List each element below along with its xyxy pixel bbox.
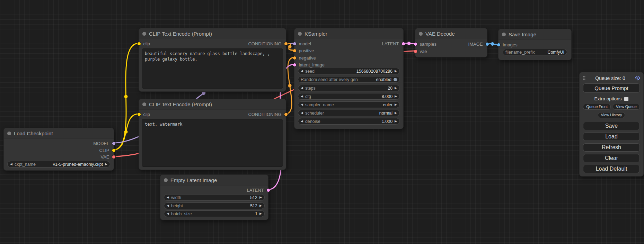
widget-scheduler[interactable]: ◀ scheduler normal ▶: [298, 110, 400, 116]
decrement-arrow-icon[interactable]: ◀: [167, 194, 169, 201]
slot-negative-input[interactable]: negative: [293, 54, 316, 61]
decrement-arrow-icon[interactable]: ◀: [301, 110, 303, 116]
vae-output-port[interactable]: [112, 155, 116, 159]
conditioning-output-port[interactable]: [284, 42, 288, 46]
clip-input-port[interactable]: [137, 42, 141, 46]
node-empty-latent-image[interactable]: Empty Latent Image LATENT ◀ width 512 ▶ …: [160, 174, 268, 220]
slot-model-input[interactable]: model: [293, 40, 311, 47]
decrement-arrow-icon[interactable]: ◀: [301, 101, 303, 108]
node-titlebar[interactable]: CLIP Text Encode (Prompt): [139, 99, 286, 110]
collapse-dot-icon[interactable]: [142, 102, 146, 106]
toggle-enabled-icon[interactable]: [394, 78, 397, 81]
load-default-button[interactable]: Load Default: [583, 165, 640, 173]
collapse-dot-icon[interactable]: [502, 33, 506, 36]
collapse-dot-icon[interactable]: [7, 132, 11, 135]
slot-clip-input[interactable]: clip: [137, 111, 150, 118]
slot-latent-output[interactable]: LATENT: [382, 40, 405, 47]
conditioning-output-port[interactable]: [284, 112, 288, 116]
widget-sampler-name[interactable]: ◀ sampler_name euler ▶: [298, 101, 400, 108]
image-output-port[interactable]: [485, 42, 489, 46]
slot-positive-input[interactable]: positive: [293, 47, 314, 54]
node-titlebar[interactable]: CLIP Text Encode (Prompt): [139, 28, 286, 39]
collapse-dot-icon[interactable]: [164, 178, 168, 182]
settings-gear-icon[interactable]: [635, 75, 641, 81]
latent-image-input-port[interactable]: [293, 63, 297, 67]
node-load-checkpoint[interactable]: Load Checkpoint MODEL CLIP VAE ◀ ckpt_na…: [3, 128, 114, 171]
widget-random-seed-toggle[interactable]: Random seed after every gen enabled: [298, 76, 400, 83]
decrement-arrow-icon[interactable]: ◀: [301, 118, 303, 125]
collapse-dot-icon[interactable]: [419, 32, 423, 36]
widget-seed[interactable]: ◀ seed 156680208700286 ▶: [298, 68, 400, 74]
slot-clip-input[interactable]: clip: [137, 40, 150, 47]
node-graph-canvas[interactable]: Load Checkpoint MODEL CLIP VAE ◀ ckpt_na…: [0, 0, 644, 244]
decrement-arrow-icon[interactable]: ◀: [301, 85, 303, 91]
negative-conditioning-input-port[interactable]: [293, 56, 297, 60]
increment-arrow-icon[interactable]: ▶: [395, 93, 397, 100]
node-titlebar[interactable]: KSampler: [294, 28, 403, 39]
latent-output-port[interactable]: [402, 42, 405, 46]
node-titlebar[interactable]: Save Image: [499, 29, 571, 40]
widget-ckpt-name[interactable]: ◀ ckpt_name v1-5-pruned-emaonly.ckpt ▶: [7, 161, 110, 168]
widget-steps[interactable]: ◀ steps 20 ▶: [298, 85, 400, 91]
widget-width[interactable]: ◀ width 512 ▶: [164, 194, 265, 201]
increment-arrow-icon[interactable]: ▶: [259, 202, 262, 209]
images-input-port[interactable]: [497, 43, 501, 47]
slot-vae-output[interactable]: VAE: [100, 153, 115, 160]
negative-prompt-textarea[interactable]: text, watermark: [142, 119, 283, 167]
view-queue-button[interactable]: View Queue: [613, 104, 640, 110]
increment-arrow-icon[interactable]: ▶: [395, 118, 397, 125]
increment-arrow-icon[interactable]: ▶: [259, 194, 262, 201]
clear-button[interactable]: Clear: [583, 154, 640, 162]
save-button[interactable]: Save: [583, 122, 640, 130]
slot-conditioning-output[interactable]: CONDITIONING: [248, 40, 288, 47]
decrement-arrow-icon[interactable]: ◀: [167, 202, 169, 209]
node-save-image[interactable]: Save Image images filename_prefix ComfyU…: [498, 29, 572, 60]
model-output-port[interactable]: [112, 142, 116, 145]
increment-arrow-icon[interactable]: ▶: [395, 101, 397, 108]
widget-filename-prefix[interactable]: filename_prefix ComfyUI: [503, 49, 567, 55]
slot-samples-input[interactable]: samples: [414, 40, 436, 47]
load-button[interactable]: Load: [583, 133, 640, 141]
positive-prompt-textarea[interactable]: beautiful scenery nature glass bottle la…: [142, 48, 283, 89]
slot-model-output[interactable]: MODEL: [93, 140, 115, 147]
vae-input-port[interactable]: [414, 49, 417, 53]
decrement-arrow-icon[interactable]: ◀: [10, 161, 12, 168]
samples-input-port[interactable]: [414, 42, 417, 46]
node-titlebar[interactable]: Load Checkpoint: [4, 128, 114, 139]
slot-latent-image-input[interactable]: latent_image: [293, 61, 325, 68]
clip-input-port[interactable]: [137, 112, 141, 116]
positive-conditioning-input-port[interactable]: [293, 49, 297, 53]
refresh-button[interactable]: Refresh: [583, 143, 640, 152]
node-titlebar[interactable]: Empty Latent Image: [160, 175, 268, 186]
decrement-arrow-icon[interactable]: ◀: [301, 68, 303, 74]
increment-arrow-icon[interactable]: ▶: [395, 85, 397, 91]
node-ksampler[interactable]: KSampler model positive negative latent_…: [294, 28, 404, 129]
widget-denoise[interactable]: ◀ denoise 1.000 ▶: [298, 118, 400, 125]
slot-conditioning-output[interactable]: CONDITIONING: [248, 111, 288, 118]
widget-height[interactable]: ◀ height 512 ▶: [164, 202, 265, 209]
collapse-dot-icon[interactable]: [298, 32, 302, 36]
decrement-arrow-icon[interactable]: ◀: [301, 93, 303, 100]
slot-vae-input[interactable]: vae: [414, 48, 427, 55]
slot-images-input[interactable]: images: [497, 41, 518, 48]
extra-options-checkbox[interactable]: [624, 97, 628, 101]
node-titlebar[interactable]: VAE Decode: [415, 28, 487, 39]
drag-handle-icon[interactable]: [582, 75, 586, 81]
latent-output-port[interactable]: [266, 188, 270, 192]
node-clip-text-encode-negative[interactable]: CLIP Text Encode (Prompt) clip CONDITION…: [139, 99, 286, 170]
widget-cfg[interactable]: ◀ cfg 8.000 ▶: [298, 93, 400, 100]
widget-batch-size[interactable]: ◀ batch_size 1 ▶: [164, 210, 265, 217]
slot-image-output[interactable]: IMAGE: [468, 40, 489, 47]
increment-arrow-icon[interactable]: ▶: [395, 110, 397, 116]
slot-clip-output[interactable]: CLIP: [99, 147, 116, 154]
increment-arrow-icon[interactable]: ▶: [259, 210, 262, 217]
model-input-port[interactable]: [293, 42, 297, 46]
node-clip-text-encode-positive[interactable]: CLIP Text Encode (Prompt) clip CONDITION…: [139, 28, 286, 92]
slot-latent-output[interactable]: LATENT: [247, 187, 270, 193]
node-vae-decode[interactable]: VAE Decode samples vae IMAGE: [415, 28, 487, 57]
decrement-arrow-icon[interactable]: ◀: [167, 210, 169, 217]
queue-prompt-button[interactable]: Queue Prompt: [583, 83, 640, 93]
view-history-button[interactable]: View History: [598, 112, 625, 118]
increment-arrow-icon[interactable]: ▶: [105, 161, 107, 168]
collapse-dot-icon[interactable]: [142, 32, 146, 36]
